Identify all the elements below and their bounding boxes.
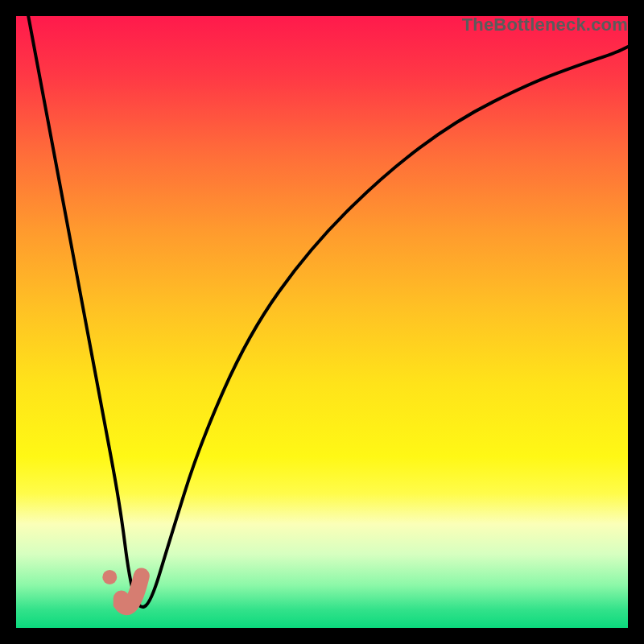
chart-frame: TheBottleneck.com [16, 16, 628, 628]
gradient-background [16, 16, 628, 628]
operating-point-dot-icon [102, 570, 117, 584]
watermark-text: TheBottleneck.com [462, 14, 628, 35]
bottleneck-plot [16, 16, 628, 628]
